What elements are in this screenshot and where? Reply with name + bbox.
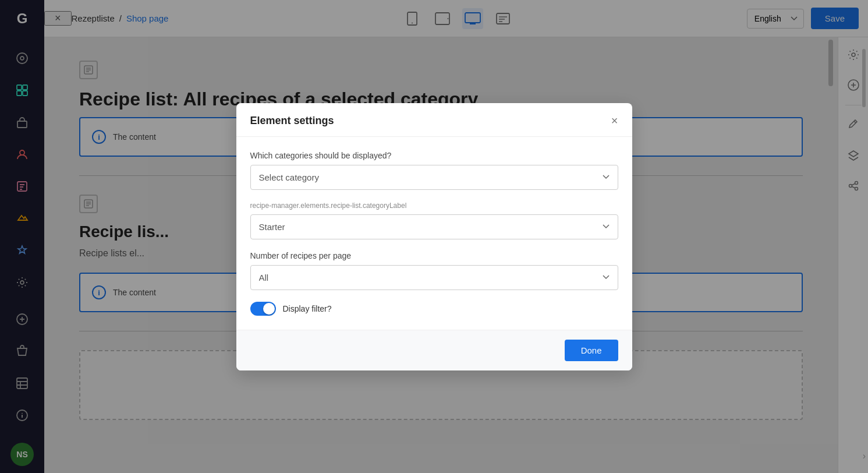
modal-close-button[interactable]: × (611, 115, 618, 126)
toggle-knob (263, 303, 275, 315)
category-label-form-group: recipe-manager.elements.recipe-list.cate… (250, 202, 618, 239)
modal-title: Element settings (250, 115, 334, 127)
element-settings-modal: Element settings × Which categories shou… (236, 103, 632, 370)
display-filter-row: Display filter? (250, 302, 618, 316)
recipes-per-page-select[interactable]: All 5 10 20 50 (250, 265, 618, 290)
modal-header: Element settings × (236, 103, 632, 137)
category-select[interactable]: Select category Starter Main course Dess… (250, 165, 618, 190)
category-question-label: Which categories should be displayed? (250, 151, 618, 160)
display-filter-toggle[interactable] (250, 302, 276, 316)
done-button[interactable]: Done (565, 340, 618, 361)
category-value-select[interactable]: Starter Main course Dessert (250, 214, 618, 239)
modal-body: Which categories should be displayed? Se… (236, 137, 632, 330)
recipes-per-page-form-group: Number of recipes per page All 5 10 20 5… (250, 251, 618, 290)
category-form-group: Which categories should be displayed? Se… (250, 151, 618, 190)
display-filter-label: Display filter? (283, 304, 332, 313)
category-label-key: recipe-manager.elements.recipe-list.cate… (250, 202, 618, 210)
modal-overlay: Element settings × Which categories shou… (0, 0, 868, 473)
recipes-per-page-label: Number of recipes per page (250, 251, 618, 260)
modal-footer: Done (236, 330, 632, 370)
